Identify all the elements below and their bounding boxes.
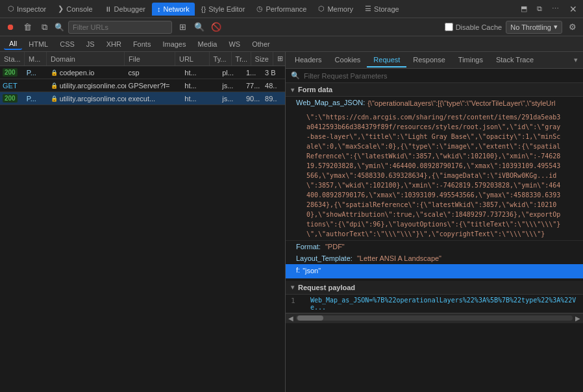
tab-console[interactable]: ❯ Console (53, 2, 97, 16)
debugger-icon: ⏸ (105, 5, 112, 13)
layout-key: Layout_Template: (296, 254, 353, 262)
filter-tab-html[interactable]: HTML (23, 39, 53, 49)
throttle-dropdown[interactable]: No Throttling ▾ (506, 21, 562, 34)
disable-cache-checkbox[interactable]: Disable Cache (445, 23, 502, 31)
filter-tab-fonts[interactable]: Fonts (128, 39, 156, 49)
row2-url: ht... (182, 79, 219, 92)
th-status[interactable]: Sta... (0, 52, 25, 66)
row1-status: 200 (0, 66, 24, 79)
layout-value: "Letter ANSI A Landscape" (357, 254, 441, 262)
lock-icon: 🔒 (51, 95, 58, 102)
format-key: Format: (296, 243, 321, 251)
tab-console-label: Console (66, 5, 92, 13)
tab-debugger[interactable]: ⏸ Debugger (99, 3, 151, 16)
row1-url: ht... (182, 66, 219, 79)
row1-file: csp (126, 66, 182, 79)
tab-memory[interactable]: ⬡ Memory (313, 2, 358, 16)
filter-tab-other[interactable]: Other (247, 39, 275, 49)
columns-button[interactable]: ⊞ (176, 21, 189, 34)
row2-file: GPServer?f= (126, 79, 182, 92)
scroll-track[interactable] (296, 315, 573, 321)
record-button[interactable]: ⏺ (4, 21, 17, 34)
filter-tabs-row: All HTML CSS JS XHR Fonts Images Media W… (0, 36, 583, 52)
detail-tab-headers[interactable]: Headers (288, 53, 329, 67)
detail-tab-timings[interactable]: Timings (452, 53, 490, 67)
filter-tab-media[interactable]: Media (192, 39, 222, 49)
th-domain[interactable]: Domain (47, 52, 125, 66)
network-icon: ↕ (157, 5, 161, 13)
th-expand[interactable]: ⊞ (273, 52, 285, 66)
payload-line-num: 1 (291, 297, 304, 305)
form-data-section-header[interactable]: ▾ Form data (286, 83, 583, 97)
detail-tabs: Headers Cookies Request Response Timings… (286, 52, 583, 69)
th-method[interactable]: M... (25, 52, 47, 66)
tab-performance-label: Performance (266, 5, 306, 13)
row3-type: js... (219, 92, 243, 104)
table-row[interactable]: 200 P... 🔒 codepen.io csp ht... pl... 1.… (0, 66, 285, 79)
scroll-thumb[interactable] (297, 315, 323, 321)
detail-tab-chevron[interactable]: ▾ (571, 53, 580, 67)
filter-placeholder: Filter Request Parameters (304, 72, 387, 80)
filter-tab-xhr[interactable]: XHR (101, 39, 127, 49)
row3-file: execut... (126, 92, 182, 104)
th-tr[interactable]: Tr... (232, 52, 251, 66)
block-button[interactable]: 🚫 (210, 21, 223, 34)
detail-panel: Headers Cookies Request Response Timings… (286, 52, 583, 392)
scroll-left-button[interactable]: ◀ (288, 315, 293, 322)
tab-performance[interactable]: ◷ Performance (251, 2, 312, 16)
tab-memory-label: Memory (327, 5, 353, 13)
tab-network-label: Network (163, 5, 189, 13)
th-file[interactable]: File (125, 52, 175, 66)
filter-tab-css[interactable]: CSS (55, 39, 80, 49)
throttle-label: No Throttling (510, 23, 551, 31)
th-size[interactable]: Size (251, 52, 273, 66)
close-button[interactable]: ✕ (566, 2, 580, 16)
tab-inspector-label: Inspector (17, 5, 46, 13)
detail-tab-request[interactable]: Request (367, 53, 406, 67)
filter-icon: 🔍 (291, 71, 300, 80)
filter-tab-js[interactable]: JS (81, 39, 100, 49)
row1-tr: 1... (243, 66, 262, 79)
lock-icon: 🔒 (51, 82, 58, 89)
row1-domain: 🔒 codepen.io (48, 66, 126, 79)
detail-tab-stack-trace[interactable]: Stack Trace (490, 53, 540, 67)
tab-style-editor[interactable]: {} Style Editor (196, 3, 251, 16)
main-area: Sta... M... Domain File URL Ty... Tr... … (0, 52, 583, 392)
filter-tab-ws[interactable]: WS (223, 39, 245, 49)
filter-tab-all[interactable]: All (4, 38, 22, 50)
row2-domain: 🔒 utility.arcgisonline.com (48, 79, 126, 92)
section-toggle-icon: ▾ (291, 86, 294, 93)
chevron-down-icon: ▾ (554, 23, 558, 31)
filter-tab-images[interactable]: Images (157, 39, 191, 49)
tab-inspector[interactable]: ⬡ Inspector (3, 2, 51, 16)
disable-cache-check[interactable] (445, 23, 453, 31)
tab-storage[interactable]: ☰ Storage (360, 2, 404, 16)
table-row[interactable]: 200 P... 🔒 utility.arcgisonline.com exec… (0, 92, 285, 105)
popout-button[interactable]: ⧉ (532, 2, 547, 16)
detail-tab-cookies[interactable]: Cookies (329, 53, 367, 67)
filter-icon: 🔍 (55, 23, 64, 32)
layout-row: Layout_Template: "Letter ANSI A Landscap… (286, 252, 583, 264)
tab-style-editor-label: Style Editor (208, 5, 245, 13)
more-button[interactable]: ⋯ (548, 2, 562, 16)
search-button[interactable]: 🔍 (193, 21, 206, 34)
scroll-right-button[interactable]: ▶ (575, 315, 580, 322)
status-badge: 200 (3, 94, 18, 103)
row2-status: GET (0, 79, 24, 92)
tab-storage-label: Storage (374, 5, 399, 13)
gear-button[interactable]: ⚙ (566, 21, 579, 34)
th-url[interactable]: URL (175, 52, 210, 66)
form-key-web-map: Web_Map_as_JSON: (296, 99, 365, 108)
filter-toggle-button[interactable]: ⧉ (38, 21, 51, 34)
detail-tab-response[interactable]: Response (406, 53, 452, 67)
tab-network[interactable]: ↕ Network (152, 3, 195, 16)
request-payload-header[interactable]: ▾ Request payload (286, 281, 583, 295)
th-type[interactable]: Ty... (210, 52, 232, 66)
horizontal-scrollbar[interactable]: ◀ ▶ (286, 313, 583, 323)
filter-urls-input[interactable] (68, 21, 172, 34)
table-row[interactable]: GET 🔒 utility.arcgisonline.com GPServer?… (0, 79, 285, 92)
table-header: Sta... M... Domain File URL Ty... Tr... … (0, 52, 285, 66)
trash-button[interactable]: 🗑 (21, 21, 34, 34)
f-json-row: f: "json" (286, 264, 583, 278)
split-button[interactable]: ⬒ (517, 2, 531, 16)
